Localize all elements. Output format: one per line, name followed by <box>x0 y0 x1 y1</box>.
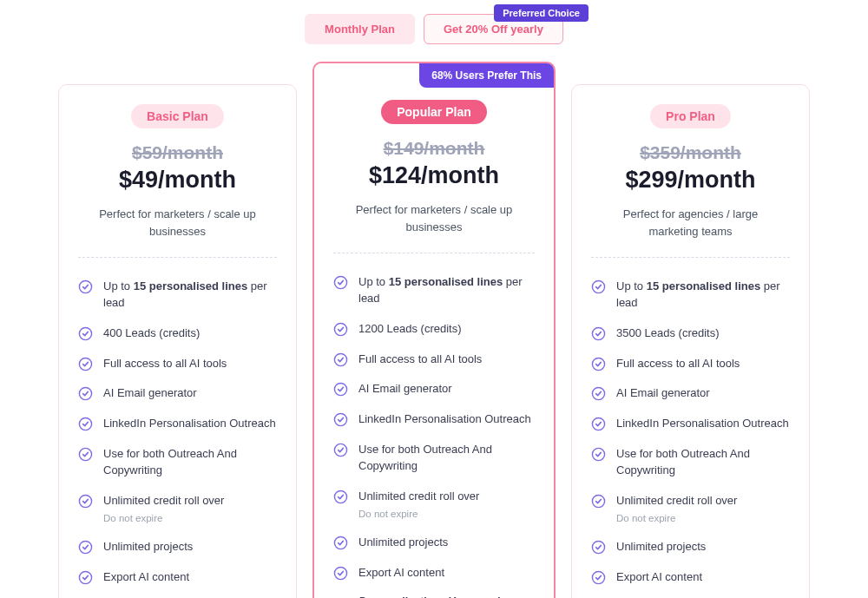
check-icon <box>78 494 93 509</box>
check-icon <box>333 382 348 397</box>
check-icon <box>78 447 93 462</box>
feature-text: 3500 Leads (credits) <box>616 325 720 342</box>
feature-subtext: Do not expire <box>616 511 737 526</box>
feature-text: Unlimited projects <box>103 539 193 555</box>
check-icon <box>333 352 348 367</box>
feature-text: Use for both Outreach And Copywriting <box>103 446 277 479</box>
feature-list: Up to 15 personalised lines per lead 120… <box>333 267 535 588</box>
check-icon <box>78 357 93 371</box>
check-icon <box>333 412 348 427</box>
feature-list: Up to 15 personalised lines per lead 400… <box>78 272 277 593</box>
check-icon <box>591 540 606 555</box>
plan-description: Perfect for agencies / large marketing t… <box>591 206 790 240</box>
old-price: $359/month <box>591 142 790 163</box>
feature-text: Unlimited projects <box>358 535 448 551</box>
plan-badge: Basic Plan <box>131 104 224 128</box>
yearly-plan-button[interactable]: Get 20% Off yearly Preferred Choice <box>424 14 563 44</box>
pricing-plans: Basic Plan $59/month $49/month Perfect f… <box>0 62 868 598</box>
check-icon <box>78 540 93 555</box>
check-icon <box>333 443 348 457</box>
check-icon <box>591 494 606 509</box>
check-icon <box>591 326 606 341</box>
check-icon <box>591 357 606 371</box>
feature-text: 1200 Leads (credits) <box>358 321 462 338</box>
yearly-plan-label: Get 20% Off yearly <box>444 23 543 36</box>
divider <box>333 253 535 253</box>
feature-text: Export AI content <box>616 569 702 586</box>
plan-card-pro: Pro Plan $359/month $299/month Perfect f… <box>571 84 810 598</box>
check-icon <box>333 275 348 290</box>
personalisations-block: Personalisations You can do: Personalise… <box>333 594 535 598</box>
new-price: $124/month <box>333 162 535 189</box>
check-icon <box>78 386 93 401</box>
check-icon <box>78 417 93 431</box>
plan-card-basic: Basic Plan $59/month $49/month Perfect f… <box>58 84 297 598</box>
feature-text: AI Email generator <box>358 381 452 398</box>
old-price: $59/month <box>78 142 277 163</box>
plan-description: Perfect for marketers / scale up busines… <box>333 201 535 235</box>
plan-card-popular: 68% Users Prefer This Popular Plan $149/… <box>312 62 556 598</box>
feature-subtext: Do not expire <box>358 507 479 522</box>
feature-text: Unlimited credit roll overDo not expire <box>358 489 479 522</box>
plan-badge: Popular Plan <box>381 100 487 124</box>
check-icon <box>78 279 93 294</box>
feature-text: Up to 15 personalised lines per lead <box>358 274 535 307</box>
divider <box>78 257 277 258</box>
feature-text: Full access to all AI tools <box>616 356 740 372</box>
feature-text: LinkedIn Personalisation Outreach <box>103 416 276 432</box>
feature-text: Full access to all AI tools <box>358 352 482 368</box>
feature-text: Unlimited credit roll overDo not expire <box>616 493 737 526</box>
new-price: $299/month <box>591 167 790 194</box>
feature-text: Unlimited projects <box>616 539 706 555</box>
plan-badge: Pro Plan <box>650 104 731 128</box>
check-icon <box>333 322 348 337</box>
feature-text: Full access to all AI tools <box>103 356 227 372</box>
divider <box>591 257 790 258</box>
check-icon <box>591 417 606 431</box>
feature-text: Export AI content <box>103 569 189 586</box>
feature-text: Export AI content <box>358 565 444 582</box>
feature-text: LinkedIn Personalisation Outreach <box>358 411 531 428</box>
feature-text: Unlimited credit roll overDo not expire <box>103 493 224 526</box>
check-icon <box>333 566 348 581</box>
old-price: $149/month <box>333 138 535 159</box>
check-icon <box>78 570 93 585</box>
feature-text: Use for both Outreach And Copywriting <box>358 442 535 475</box>
check-icon <box>333 536 348 550</box>
feature-text: Use for both Outreach And Copywriting <box>616 446 790 479</box>
feature-text: Up to 15 personalised lines per lead <box>616 279 790 312</box>
feature-list: Up to 15 personalised lines per lead 350… <box>591 272 790 593</box>
new-price: $49/month <box>78 167 277 194</box>
plan-description: Perfect for marketers / scale up busines… <box>78 206 277 240</box>
feature-text: 400 Leads (credits) <box>103 325 200 342</box>
feature-text: AI Email generator <box>103 385 197 402</box>
check-icon <box>333 490 348 504</box>
check-icon <box>591 570 606 585</box>
monthly-plan-button[interactable]: Monthly Plan <box>305 14 415 44</box>
feature-text: AI Email generator <box>616 385 710 402</box>
check-icon <box>591 447 606 462</box>
feature-text: LinkedIn Personalisation Outreach <box>616 416 789 432</box>
feature-subtext: Do not expire <box>103 511 224 526</box>
check-icon <box>78 326 93 341</box>
check-icon <box>591 386 606 401</box>
preferred-choice-badge: Preferred Choice <box>494 4 589 22</box>
billing-toggle: Monthly Plan Get 20% Off yearly Preferre… <box>0 0 868 62</box>
feature-text: Up to 15 personalised lines per lead <box>103 279 277 312</box>
personalisations-title: Personalisations You can do: <box>358 594 535 598</box>
check-icon <box>591 279 606 294</box>
prefer-ribbon: 68% Users Prefer This <box>419 63 554 88</box>
